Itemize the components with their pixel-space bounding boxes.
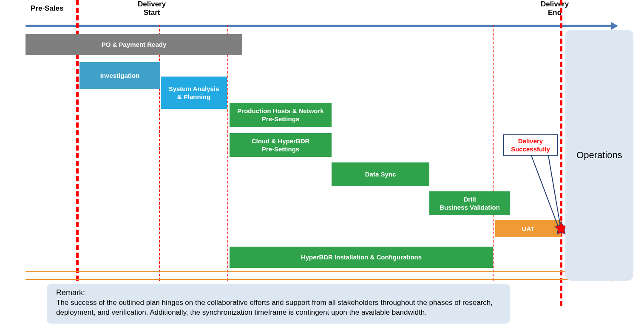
svg-line-1 bbox=[548, 156, 560, 225]
bar-data-sync: Data Sync bbox=[332, 162, 429, 186]
orange-arrow-1 bbox=[26, 271, 612, 272]
svg-line-0 bbox=[531, 156, 558, 225]
milestone-label-delivery-end: Delivery End bbox=[541, 0, 569, 17]
bar-prod-hosts: Production Hosts & Network Pre-Settings bbox=[230, 103, 332, 127]
orange-arrow-2 bbox=[26, 279, 612, 280]
guide-uat-start bbox=[493, 25, 494, 281]
bar-uat: UAT bbox=[495, 220, 561, 237]
bar-investigation: Investigation bbox=[79, 62, 160, 89]
bar-cloud-hyperbdr: Cloud & HyperBDR Pre-Settings bbox=[230, 133, 332, 157]
callout-delivery-success: Delivery Successfully bbox=[503, 134, 558, 156]
remark-title: Remark: bbox=[56, 288, 503, 297]
bar-po-payment: PO & Payment Ready bbox=[26, 34, 242, 55]
bar-hyperbdr-install: HyperBDR Installation & Configurations bbox=[230, 247, 493, 268]
gantt-diagram: Pre-Sales Delivery Start Delivery End PO… bbox=[0, 0, 644, 330]
remark-box: Remark: The success of the outlined plan… bbox=[47, 284, 510, 324]
milestone-label-delivery-start: Delivery Start bbox=[138, 0, 166, 17]
guide-planning-end bbox=[227, 25, 228, 281]
milestone-label-pre-sales: Pre-Sales bbox=[31, 4, 64, 13]
remark-body: The success of the outlined plan hinges … bbox=[56, 298, 503, 318]
operations-panel: Operations bbox=[565, 30, 633, 281]
bar-drill: Drill Business Validation bbox=[429, 191, 510, 215]
bar-system-analysis: System Analysis & Planning bbox=[161, 77, 227, 109]
timeline-axis bbox=[26, 25, 612, 27]
guide-delivery-end bbox=[560, 0, 562, 306]
